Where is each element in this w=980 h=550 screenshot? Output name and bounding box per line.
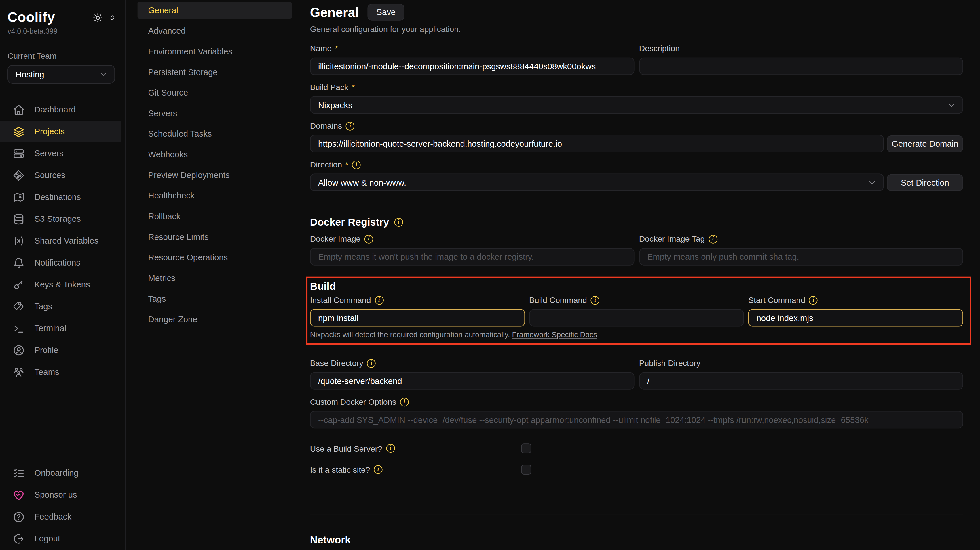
tab-healthcheck[interactable]: Healthcheck [138,187,292,204]
sidebar-item-label: Destinations [34,192,81,202]
sidebar-item-label: Logout [34,534,60,544]
sidebar-item-label: Keys & Tokens [34,280,90,289]
sidebar-item-notifications[interactable]: Notifications [0,252,121,274]
info-icon[interactable] [386,444,395,453]
info-icon[interactable] [708,235,717,243]
page-subtitle: General configuration for your applicati… [310,24,963,34]
tab-webhooks[interactable]: Webhooks [138,146,292,163]
publish-directory-input[interactable] [639,372,963,390]
brand-logo: Coolify [8,10,55,25]
info-icon[interactable] [352,160,361,169]
info-icon[interactable] [367,359,376,367]
tab-advanced[interactable]: Advanced [138,22,292,40]
tab-environment-variables[interactable]: Environment Variables [138,43,292,60]
checklist-icon [13,467,25,479]
sidebar-item-label: S3 Storages [34,214,81,224]
tab-tags[interactable]: Tags [138,290,292,307]
current-team-label: Current Team [0,35,125,65]
logout-icon [13,533,25,545]
info-icon[interactable] [400,398,409,406]
sidebar-item-s3-storages[interactable]: S3 Storages [0,208,121,230]
info-icon[interactable] [394,218,403,227]
sidebar-item-label: Feedback [34,512,72,521]
sidebar-item-sources[interactable]: Sources [0,164,121,186]
framework-docs-link[interactable]: Framework Specific Docs [512,330,597,339]
sidebar-item-label: Sources [34,171,65,180]
tab-servers[interactable]: Servers [138,105,292,122]
tab-git-source[interactable]: Git Source [138,84,292,101]
tab-resource-operations[interactable]: Resource Operations [138,249,292,266]
static-site-label: Is it a static site? [310,465,521,474]
build-pack-select[interactable]: Nixpacks [310,96,963,114]
sidebar-item-terminal[interactable]: Terminal [0,317,121,339]
help-icon [13,510,25,523]
use-build-server-checkbox[interactable] [521,443,531,453]
sidebar-item-destinations[interactable]: Destinations [0,186,121,208]
direction-label: Direction [310,160,963,170]
sidebar-item-dashboard[interactable]: Dashboard [0,99,121,120]
save-button[interactable]: Save [368,4,404,21]
info-icon[interactable] [346,121,355,130]
tab-resource-limits[interactable]: Resource Limits [138,229,292,246]
set-direction-button[interactable]: Set Direction [887,174,963,191]
info-icon[interactable] [375,296,383,304]
publish-directory-label: Publish Directory [639,358,963,368]
docker-image-tag-input[interactable] [639,248,963,266]
info-icon[interactable] [809,296,818,304]
build-section-highlight: Build Install Command Build Command Star… [306,277,971,345]
info-icon[interactable] [591,296,600,304]
tab-persistent-storage[interactable]: Persistent Storage [138,63,292,81]
generate-domain-button[interactable]: Generate Domain [887,135,963,152]
sidebar-item-tags[interactable]: Tags [0,295,121,317]
required-asterisk [336,44,338,53]
sidebar-item-teams[interactable]: Teams [0,361,121,383]
terminal-icon [13,322,25,334]
page-title: General [310,5,359,19]
name-input[interactable] [310,57,634,75]
sidebar-item-label: Teams [34,367,59,377]
sidebar-item-logout[interactable]: Logout [0,528,121,549]
sidebar-item-label: Notifications [34,258,80,268]
tag-icon [13,300,25,312]
docker-registry-heading: Docker Registry [310,216,963,228]
sidebar-item-profile[interactable]: Profile [0,339,121,361]
base-directory-label: Base Directory [310,358,634,368]
build-pack-label: Build Pack [310,82,963,92]
tab-scheduled-tasks[interactable]: Scheduled Tasks [138,125,292,143]
tab-metrics[interactable]: Metrics [138,270,292,287]
tab-general[interactable]: General [138,2,292,19]
domains-input[interactable] [310,135,884,152]
sidebar-item-shared-variables[interactable]: Shared Variables [0,230,121,252]
chevrons-up-down-icon[interactable] [108,14,116,22]
sidebar-item-projects[interactable]: Projects [0,120,121,143]
main-sidebar: Coolify v4.0.0-beta.399 Current Team Hos… [0,0,126,550]
custom-docker-options-input[interactable] [310,411,963,428]
description-input[interactable] [639,57,963,75]
sidebar-item-sponsor-us[interactable]: Sponsor us [0,484,121,506]
direction-select[interactable]: Allow www & non-www. [310,174,884,191]
sidebar-item-label: Dashboard [34,105,75,114]
start-command-label: Start Command [748,295,963,305]
install-command-input[interactable] [310,309,525,327]
sidebar-item-keys-tokens[interactable]: Keys & Tokens [0,274,121,295]
theme-sun-icon[interactable] [92,13,103,23]
info-icon[interactable] [374,465,382,474]
home-icon [13,103,25,116]
build-command-input[interactable] [529,309,744,327]
start-command-input[interactable] [748,309,963,327]
sidebar-item-servers[interactable]: Servers [0,143,121,164]
team-select[interactable]: Hosting [8,65,115,84]
sidebar-item-onboarding[interactable]: Onboarding [0,462,121,484]
name-label: Name [310,44,634,53]
domains-label: Domains [310,121,963,131]
sidebar-item-feedback[interactable]: Feedback [0,506,121,528]
static-site-checkbox[interactable] [521,464,531,475]
tab-preview-deployments[interactable]: Preview Deployments [138,167,292,184]
tab-rollback[interactable]: Rollback [138,208,292,225]
base-directory-input[interactable] [310,372,634,390]
sidebar-item-label: Projects [34,127,65,136]
info-icon[interactable] [364,235,373,243]
docker-image-input[interactable] [310,248,634,266]
tab-danger-zone[interactable]: Danger Zone [138,311,292,328]
network-heading: Network [310,534,963,546]
